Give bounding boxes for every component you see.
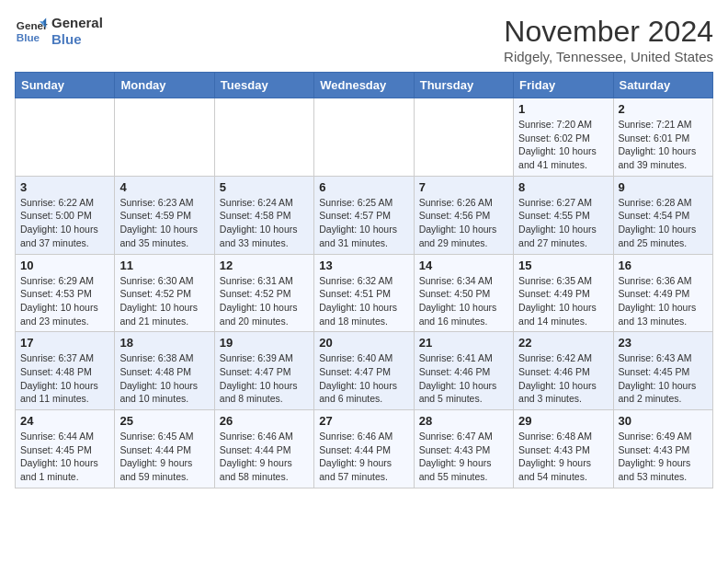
svg-text:Blue: Blue bbox=[17, 31, 40, 43]
day-cell: 24Sunrise: 6:44 AM Sunset: 4:45 PM Dayli… bbox=[16, 410, 115, 488]
logo-icon: General Blue bbox=[15, 15, 48, 48]
day-number: 21 bbox=[419, 336, 508, 350]
day-number: 10 bbox=[20, 259, 109, 272]
day-cell bbox=[115, 98, 214, 177]
day-cell: 28Sunrise: 6:47 AM Sunset: 4:43 PM Dayli… bbox=[414, 410, 513, 488]
day-info: Sunrise: 6:48 AM Sunset: 4:43 PM Dayligh… bbox=[518, 430, 608, 484]
day-info: Sunrise: 6:31 AM Sunset: 4:52 PM Dayligh… bbox=[220, 274, 309, 328]
logo-general: General bbox=[51, 15, 103, 31]
day-info: Sunrise: 6:25 AM Sunset: 4:57 PM Dayligh… bbox=[319, 196, 408, 250]
day-cell: 16Sunrise: 6:36 AM Sunset: 4:49 PM Dayli… bbox=[613, 254, 712, 332]
day-number: 26 bbox=[220, 414, 309, 428]
day-number: 2 bbox=[619, 102, 708, 116]
day-number: 1 bbox=[518, 102, 608, 116]
day-number: 7 bbox=[419, 180, 508, 194]
day-number: 20 bbox=[319, 336, 408, 350]
day-cell bbox=[314, 98, 414, 177]
day-cell: 13Sunrise: 6:32 AM Sunset: 4:51 PM Dayli… bbox=[314, 254, 414, 332]
day-info: Sunrise: 6:39 AM Sunset: 4:47 PM Dayligh… bbox=[220, 351, 309, 406]
day-info: Sunrise: 6:24 AM Sunset: 4:58 PM Dayligh… bbox=[220, 196, 309, 250]
day-info: Sunrise: 6:38 AM Sunset: 4:48 PM Dayligh… bbox=[119, 351, 209, 406]
day-cell: 23Sunrise: 6:43 AM Sunset: 4:45 PM Dayli… bbox=[613, 332, 712, 410]
calendar-table: SundayMondayTuesdayWednesdayThursdayFrid… bbox=[15, 72, 713, 488]
day-info: Sunrise: 6:23 AM Sunset: 4:59 PM Dayligh… bbox=[119, 196, 209, 250]
day-cell: 4Sunrise: 6:23 AM Sunset: 4:59 PM Daylig… bbox=[115, 176, 214, 254]
day-of-week-tuesday: Tuesday bbox=[214, 73, 313, 98]
day-cell: 5Sunrise: 6:24 AM Sunset: 4:58 PM Daylig… bbox=[214, 176, 313, 254]
week-row-3: 10Sunrise: 6:29 AM Sunset: 4:53 PM Dayli… bbox=[16, 254, 713, 332]
day-of-week-thursday: Thursday bbox=[414, 73, 513, 98]
day-number: 4 bbox=[119, 180, 209, 194]
day-cell: 14Sunrise: 6:34 AM Sunset: 4:50 PM Dayli… bbox=[414, 254, 513, 332]
day-info: Sunrise: 6:41 AM Sunset: 4:46 PM Dayligh… bbox=[419, 351, 508, 406]
day-info: Sunrise: 6:34 AM Sunset: 4:50 PM Dayligh… bbox=[419, 274, 508, 328]
day-cell: 18Sunrise: 6:38 AM Sunset: 4:48 PM Dayli… bbox=[115, 332, 214, 410]
day-number: 18 bbox=[119, 336, 209, 350]
day-cell: 9Sunrise: 6:28 AM Sunset: 4:54 PM Daylig… bbox=[613, 176, 712, 254]
day-of-week-sunday: Sunday bbox=[16, 73, 115, 98]
day-info: Sunrise: 6:47 AM Sunset: 4:43 PM Dayligh… bbox=[419, 430, 508, 484]
day-info: Sunrise: 6:49 AM Sunset: 4:43 PM Dayligh… bbox=[619, 430, 708, 484]
day-of-week-saturday: Saturday bbox=[613, 73, 712, 98]
day-cell bbox=[414, 98, 513, 177]
day-number: 23 bbox=[619, 336, 708, 350]
day-number: 17 bbox=[20, 336, 109, 350]
day-number: 30 bbox=[619, 414, 708, 428]
day-info: Sunrise: 6:22 AM Sunset: 5:00 PM Dayligh… bbox=[20, 196, 109, 250]
day-number: 28 bbox=[419, 414, 508, 428]
day-number: 14 bbox=[419, 259, 508, 272]
day-cell: 27Sunrise: 6:46 AM Sunset: 4:44 PM Dayli… bbox=[314, 410, 414, 488]
week-row-2: 3Sunrise: 6:22 AM Sunset: 5:00 PM Daylig… bbox=[16, 176, 713, 254]
calendar-header-row: SundayMondayTuesdayWednesdayThursdayFrid… bbox=[16, 73, 713, 98]
location: Ridgely, Tennessee, United States bbox=[504, 49, 713, 64]
day-number: 16 bbox=[619, 259, 708, 272]
day-cell: 12Sunrise: 6:31 AM Sunset: 4:52 PM Dayli… bbox=[214, 254, 313, 332]
day-cell bbox=[16, 98, 115, 177]
week-row-4: 17Sunrise: 6:37 AM Sunset: 4:48 PM Dayli… bbox=[16, 332, 713, 410]
day-cell: 22Sunrise: 6:42 AM Sunset: 4:46 PM Dayli… bbox=[514, 332, 613, 410]
day-info: Sunrise: 6:27 AM Sunset: 4:55 PM Dayligh… bbox=[518, 196, 608, 250]
day-of-week-friday: Friday bbox=[514, 73, 613, 98]
day-info: Sunrise: 6:35 AM Sunset: 4:49 PM Dayligh… bbox=[518, 274, 608, 328]
day-info: Sunrise: 6:43 AM Sunset: 4:45 PM Dayligh… bbox=[619, 351, 708, 406]
day-cell: 25Sunrise: 6:45 AM Sunset: 4:44 PM Dayli… bbox=[115, 410, 214, 488]
week-row-1: 1Sunrise: 7:20 AM Sunset: 6:02 PM Daylig… bbox=[16, 98, 713, 177]
day-info: Sunrise: 6:26 AM Sunset: 4:56 PM Dayligh… bbox=[419, 196, 508, 250]
day-number: 15 bbox=[518, 259, 608, 272]
day-cell: 15Sunrise: 6:35 AM Sunset: 4:49 PM Dayli… bbox=[514, 254, 613, 332]
day-number: 25 bbox=[119, 414, 209, 428]
day-info: Sunrise: 6:37 AM Sunset: 4:48 PM Dayligh… bbox=[20, 351, 109, 406]
day-cell: 17Sunrise: 6:37 AM Sunset: 4:48 PM Dayli… bbox=[16, 332, 115, 410]
day-of-week-monday: Monday bbox=[115, 73, 214, 98]
day-info: Sunrise: 6:46 AM Sunset: 4:44 PM Dayligh… bbox=[220, 430, 309, 484]
day-cell bbox=[214, 98, 313, 177]
day-info: Sunrise: 6:30 AM Sunset: 4:52 PM Dayligh… bbox=[119, 274, 209, 328]
day-cell: 6Sunrise: 6:25 AM Sunset: 4:57 PM Daylig… bbox=[314, 176, 414, 254]
day-cell: 29Sunrise: 6:48 AM Sunset: 4:43 PM Dayli… bbox=[514, 410, 613, 488]
day-info: Sunrise: 6:36 AM Sunset: 4:49 PM Dayligh… bbox=[619, 274, 708, 328]
week-row-5: 24Sunrise: 6:44 AM Sunset: 4:45 PM Dayli… bbox=[16, 410, 713, 488]
day-number: 3 bbox=[20, 180, 109, 194]
title-block: November 2024 Ridgely, Tennessee, United… bbox=[504, 15, 713, 64]
day-cell: 21Sunrise: 6:41 AM Sunset: 4:46 PM Dayli… bbox=[414, 332, 513, 410]
day-cell: 11Sunrise: 6:30 AM Sunset: 4:52 PM Dayli… bbox=[115, 254, 214, 332]
page-header: General Blue General Blue November 2024 … bbox=[15, 15, 713, 64]
day-info: Sunrise: 6:46 AM Sunset: 4:44 PM Dayligh… bbox=[319, 430, 408, 484]
day-cell: 20Sunrise: 6:40 AM Sunset: 4:47 PM Dayli… bbox=[314, 332, 414, 410]
day-number: 13 bbox=[319, 259, 408, 272]
day-info: Sunrise: 6:29 AM Sunset: 4:53 PM Dayligh… bbox=[20, 274, 109, 328]
day-cell: 10Sunrise: 6:29 AM Sunset: 4:53 PM Dayli… bbox=[16, 254, 115, 332]
day-cell: 7Sunrise: 6:26 AM Sunset: 4:56 PM Daylig… bbox=[414, 176, 513, 254]
day-cell: 1Sunrise: 7:20 AM Sunset: 6:02 PM Daylig… bbox=[514, 98, 613, 177]
month-title: November 2024 bbox=[504, 15, 713, 49]
day-number: 9 bbox=[619, 180, 708, 194]
day-info: Sunrise: 6:42 AM Sunset: 4:46 PM Dayligh… bbox=[518, 351, 608, 406]
day-info: Sunrise: 6:28 AM Sunset: 4:54 PM Dayligh… bbox=[619, 196, 708, 250]
day-number: 8 bbox=[518, 180, 608, 194]
day-number: 19 bbox=[220, 336, 309, 350]
day-number: 12 bbox=[220, 259, 309, 272]
day-number: 6 bbox=[319, 180, 408, 194]
day-number: 5 bbox=[220, 180, 309, 194]
day-info: Sunrise: 7:21 AM Sunset: 6:01 PM Dayligh… bbox=[619, 118, 708, 172]
day-number: 29 bbox=[518, 414, 608, 428]
